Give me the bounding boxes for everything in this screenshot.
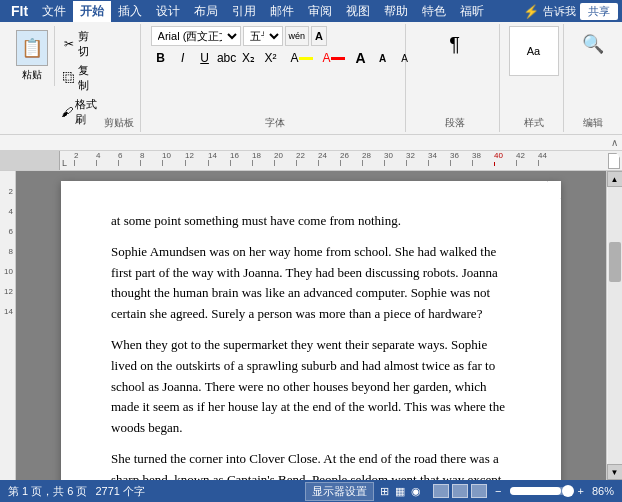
highlight-button[interactable]: A xyxy=(287,48,317,68)
page-text: at some point something must have come f… xyxy=(111,211,511,480)
ruler-vt-14: 14 xyxy=(0,301,15,321)
lightning-icon[interactable]: ⚡ xyxy=(523,4,539,19)
style-label: 样式 xyxy=(524,114,544,130)
search-icon[interactable]: 🔍 xyxy=(575,26,611,62)
copy-button[interactable]: ⿻ 复制 xyxy=(59,62,102,94)
cut-label: 剪切 xyxy=(78,29,99,59)
ruler-tick-38 xyxy=(472,160,473,166)
bold-button[interactable]: B xyxy=(151,48,171,68)
menu-mailings[interactable]: 邮件 xyxy=(263,1,301,22)
tell-me-item[interactable]: 告诉我 xyxy=(543,4,576,19)
clipboard-mini-buttons: ✂ 剪切 ⿻ 复制 🖌 格式刷 xyxy=(57,26,104,130)
scroll-track[interactable] xyxy=(608,187,622,464)
main-area: 2 4 6 8 10 12 14 at some point something… xyxy=(0,171,622,480)
ruler-scale: L 2 4 6 8 10 12 14 16 18 20 22 24 xyxy=(60,151,622,170)
menu-foxit[interactable]: 福昕 xyxy=(453,1,491,22)
clipboard-content: 📋 粘贴 ✂ 剪切 ⿻ 复制 🖌 xyxy=(10,26,104,130)
ruler-vt-8: 8 xyxy=(0,241,15,261)
view-icon-1[interactable] xyxy=(433,484,449,498)
text-shrink-button[interactable]: A xyxy=(373,48,393,68)
zoom-bar[interactable] xyxy=(510,487,570,495)
ruler-tick-8 xyxy=(140,160,141,166)
font-color-indicator xyxy=(331,57,345,60)
zoom-indicator xyxy=(562,485,574,497)
display-settings-button[interactable]: 显示器设置 xyxy=(305,482,374,501)
subscript-button[interactable]: X₂ xyxy=(239,48,259,68)
scroll-down-button[interactable]: ▼ xyxy=(607,464,623,480)
menu-design[interactable]: 设计 xyxy=(149,1,187,22)
status-center: 显示器设置 ⊞ ▦ ◉ xyxy=(305,482,421,501)
strikethrough-button[interactable]: abc xyxy=(217,48,237,68)
style-content: Aa xyxy=(509,26,559,114)
ruler-left-margin xyxy=(0,151,60,170)
editing-label: 编辑 xyxy=(583,114,603,130)
highlight-color-bar: A xyxy=(287,48,317,68)
menu-layout[interactable]: 布局 xyxy=(187,1,225,22)
ruler-tick-40 xyxy=(494,162,495,166)
copy-label: 复制 xyxy=(78,63,99,93)
menu-help[interactable]: 帮助 xyxy=(377,1,415,22)
scroll-up-button[interactable]: ▲ xyxy=(607,171,623,187)
font-group-label: 字体 xyxy=(265,114,285,130)
layout-icon: ▦ xyxy=(395,485,405,498)
zoom-level: 86% xyxy=(592,485,614,497)
vertical-ruler: 2 4 6 8 10 12 14 xyxy=(0,171,16,480)
menu-view[interactable]: 视图 xyxy=(339,1,377,22)
ruler-tick-6 xyxy=(118,160,119,166)
paragraph-1: at some point something must have come f… xyxy=(111,211,511,232)
ruler-tick-14 xyxy=(208,160,209,166)
paragraph-icon[interactable]: ¶ xyxy=(437,26,473,62)
ruler-tick-28 xyxy=(362,160,363,166)
share-button[interactable]: 共享 xyxy=(580,3,618,20)
scroll-thumb[interactable] xyxy=(609,242,621,282)
ruler-tick-36 xyxy=(450,160,451,166)
paste-button[interactable]: 📋 粘贴 xyxy=(10,26,55,86)
paste-icon: 📋 xyxy=(16,30,48,66)
vertical-scrollbar[interactable]: ▲ ▼ xyxy=(606,171,622,480)
logo: FIt xyxy=(4,1,35,21)
menu-home[interactable]: 开始 xyxy=(73,1,111,22)
ruler-tick-30 xyxy=(384,160,385,166)
menu-special[interactable]: 特色 xyxy=(415,1,453,22)
text-grow-button[interactable]: A xyxy=(351,48,371,68)
italic-button[interactable]: I xyxy=(173,48,193,68)
font-wen-button[interactable]: wén xyxy=(285,26,310,46)
menu-bar-right: ⚡ 告诉我 共享 xyxy=(523,3,618,20)
font-color-bar: A xyxy=(319,48,349,68)
menu-file[interactable]: 文件 xyxy=(35,1,73,22)
clipboard-group: 📋 粘贴 ✂ 剪切 ⿻ 复制 🖌 xyxy=(4,24,141,132)
cut-button[interactable]: ✂ 剪切 xyxy=(59,28,102,60)
menu-review[interactable]: 审阅 xyxy=(301,1,339,22)
ribbon-content: 📋 粘贴 ✂ 剪切 ⿻ 复制 🖌 xyxy=(0,22,622,134)
font-size-select[interactable]: 五号 xyxy=(243,26,283,46)
collapse-ribbon-icon[interactable]: ∧ xyxy=(611,137,618,148)
zoom-minus-button[interactable]: − xyxy=(495,485,501,497)
menu-bar-left: FIt 文件 开始 插入 设计 布局 引用 邮件 审阅 视图 帮助 特色 福昕 xyxy=(4,1,491,22)
style-icon[interactable]: Aa xyxy=(509,26,559,76)
page-corner xyxy=(547,181,561,199)
font-color-button[interactable]: A xyxy=(319,48,349,68)
zoom-plus-button[interactable]: + xyxy=(578,485,584,497)
ruler-tick-44 xyxy=(538,160,539,166)
font-name-select[interactable]: Arial (西文正文) xyxy=(151,26,241,46)
paragraph-label: 段落 xyxy=(445,114,465,130)
menu-insert[interactable]: 插入 xyxy=(111,1,149,22)
ruler-tick-2 xyxy=(74,160,75,166)
format-painter-button[interactable]: 🖌 格式刷 xyxy=(59,96,102,128)
menu-references[interactable]: 引用 xyxy=(225,1,263,22)
underline-button[interactable]: U xyxy=(195,48,215,68)
highlight-label: A xyxy=(291,51,299,65)
ruler-tick-22 xyxy=(296,160,297,166)
view-icon-2[interactable] xyxy=(452,484,468,498)
superscript-button[interactable]: X² xyxy=(261,48,281,68)
ruler-tick-34 xyxy=(428,160,429,166)
app-wrapper: FIt 文件 开始 插入 设计 布局 引用 邮件 审阅 视图 帮助 特色 福昕 … xyxy=(0,0,622,502)
font-size-up-button[interactable]: A xyxy=(311,26,327,46)
font-row2: B I U abc X₂ X² A xyxy=(151,48,399,68)
ruler-tick-10 xyxy=(162,160,163,166)
style-group: Aa 样式 xyxy=(504,24,564,132)
paragraph-group: ¶ 段落 xyxy=(410,24,500,132)
view-icon-3[interactable] xyxy=(471,484,487,498)
document-scroll[interactable]: at some point something must have come f… xyxy=(16,171,606,480)
editing-group: 🔍 编辑 xyxy=(568,24,618,132)
